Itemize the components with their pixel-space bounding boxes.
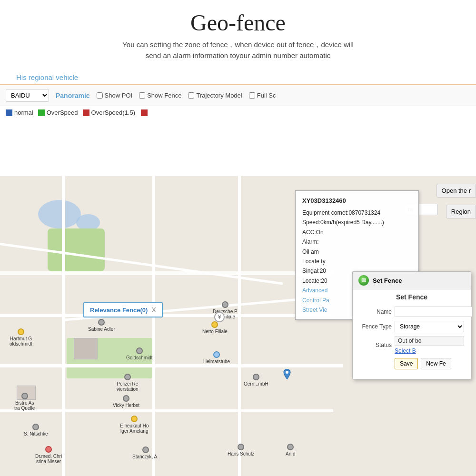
poi-eneukauf[interactable]: E neukauf Holger Amelang: [120, 416, 149, 434]
poi-vicky[interactable]: Vicky Herbst: [113, 395, 139, 408]
set-fence-body: Name Fence Type Storage Status Out of bo…: [353, 303, 471, 379]
legend-bar: normal OverSpeed OverSpeed(1.5): [0, 106, 476, 119]
fence-popup-close[interactable]: X: [151, 306, 156, 314]
poi-polizei[interactable]: Polizei Revierstation: [117, 374, 139, 392]
road-v1: [62, 176, 65, 476]
lake-1: [38, 200, 81, 228]
info-card-title: XY03D3132460: [302, 196, 412, 206]
poi-goldschmidt[interactable]: Goldschmidt: [126, 347, 153, 360]
road-v2: [152, 176, 155, 476]
tab-bar: His regional vehicle: [0, 66, 476, 85]
poi-dr-nisser[interactable]: Dr.med. Christina Nisser: [35, 446, 62, 464]
svg-point-0: [286, 371, 288, 374]
set-fence-icon: ✉: [358, 275, 369, 286]
map-type-select[interactable]: BAIDU GOOGLE: [6, 89, 49, 102]
panoramic-link[interactable]: Panoramic: [56, 92, 90, 99]
new-fence-button[interactable]: New Fe: [421, 358, 451, 369]
region-button[interactable]: Region: [446, 205, 476, 218]
set-fence-action-buttons: Save New Fe: [395, 358, 451, 369]
save-button[interactable]: Save: [395, 358, 418, 369]
set-fence-status-row: Status Out of bo Select B: [359, 336, 464, 354]
map-pin[interactable]: [283, 369, 291, 379]
set-fence-name-label: Name: [359, 308, 392, 315]
poi-sabine[interactable]: Sabine Adler: [88, 319, 115, 332]
page-title: Geo-fence: [0, 10, 476, 36]
set-fence-name-input[interactable]: [395, 307, 473, 317]
building-1: [74, 338, 98, 359]
set-fence-status-label: Status: [359, 342, 392, 348]
set-fence-type-select[interactable]: Storage: [395, 321, 464, 332]
info-locate-type: Locate ty: [302, 257, 412, 266]
legend-overspeed15-swatch2: [141, 109, 148, 116]
map-container[interactable]: Hartmut Goldschmidt Sabine Adler Goldsch…: [0, 176, 476, 476]
legend-overspeed15: OverSpeed(1.5): [83, 109, 136, 116]
poi-stanczyk[interactable]: Stanczyk, A.: [132, 446, 159, 459]
page-subtitle: You can setting the zone of fence，when d…: [0, 40, 476, 61]
status-opt-out: Out of bo: [395, 336, 464, 346]
set-fence-dialog-title: Set Fence: [353, 289, 471, 303]
legend-overspeed15-label: OverSpeed(1.5): [91, 109, 136, 116]
road-h1: [0, 271, 333, 275]
set-fence-header-title: Set Fence: [373, 277, 402, 284]
poi-bistro[interactable]: Bistro Astra Quelle: [14, 393, 35, 411]
show-fence-checkbox[interactable]: Show Fence: [139, 92, 181, 99]
legend-overspeed-label: OverSpeed: [47, 109, 78, 116]
set-fence-type-label: Fence Type: [359, 323, 392, 330]
road-h3: [0, 364, 343, 367]
relevance-fence-popup: Relevance Fence(0) X: [83, 302, 163, 317]
fence-popup-label: Relevance Fence(0): [90, 307, 148, 314]
poi-heimat[interactable]: Heimatstube: [203, 351, 230, 364]
legend-normal: normal: [6, 109, 33, 116]
legend-normal-label: normal: [14, 109, 33, 116]
legend-normal-color: [6, 109, 12, 116]
yen-icon[interactable]: ¥: [214, 312, 225, 322]
legend-overspeed: OverSpeed: [38, 109, 78, 116]
poi-an-d[interactable]: An d: [286, 444, 296, 456]
set-fence-type-row: Fence Type Storage: [359, 321, 464, 332]
set-fence-dialog: ✉ Set Fence Set Fence Name Fence Type St…: [352, 271, 471, 379]
info-acc: ACC:On: [302, 228, 412, 237]
info-equipment: Equipment cornet:0870731324: [302, 208, 412, 218]
poi-gern[interactable]: Gern...mbH: [244, 374, 268, 387]
poi-hans[interactable]: Hans Schulz: [228, 444, 254, 456]
poi-nitschke[interactable]: S. Nitschke: [24, 424, 48, 436]
show-poi-checkbox[interactable]: Show POI: [97, 92, 133, 99]
road-h2: [0, 314, 333, 317]
open-the-button[interactable]: Open the r: [436, 184, 476, 198]
set-fence-name-row: Name: [359, 307, 464, 317]
set-fence-actions-row: Save New Fe: [359, 358, 464, 369]
info-alarm: Alarm:: [302, 237, 412, 247]
info-oil: Oil am: [302, 247, 412, 257]
set-fence-header: ✉ Set Fence: [353, 272, 471, 289]
page-header: Geo-fence You can setting the zone of fe…: [0, 0, 476, 66]
legend-overspeed-color: [38, 109, 45, 116]
toolbar: BAIDU GOOGLE Panoramic Show POI Show Fen…: [0, 85, 476, 106]
info-speed: Speed:0km/h(expired5 Day,......): [302, 218, 412, 227]
set-fence-status-options: Out of bo Select B: [395, 336, 464, 354]
tab-regional-vehicle[interactable]: His regional vehicle: [10, 70, 85, 84]
map-background: Hartmut Goldschmidt Sabine Adler Goldsch…: [0, 176, 476, 476]
full-screen-checkbox[interactable]: Full Sc: [249, 92, 276, 99]
trajectory-model-checkbox[interactable]: Trajectory Model: [188, 92, 242, 99]
park-1: [48, 228, 105, 271]
road-h4: [0, 409, 333, 412]
poi-hartmut[interactable]: Hartmut Goldschmidt: [10, 328, 32, 347]
road-v3: [238, 176, 241, 476]
select-b-link[interactable]: Select B: [395, 347, 464, 354]
poi-netto[interactable]: Netto Filiale: [202, 321, 228, 334]
legend-overspeed15-color: [83, 109, 89, 116]
